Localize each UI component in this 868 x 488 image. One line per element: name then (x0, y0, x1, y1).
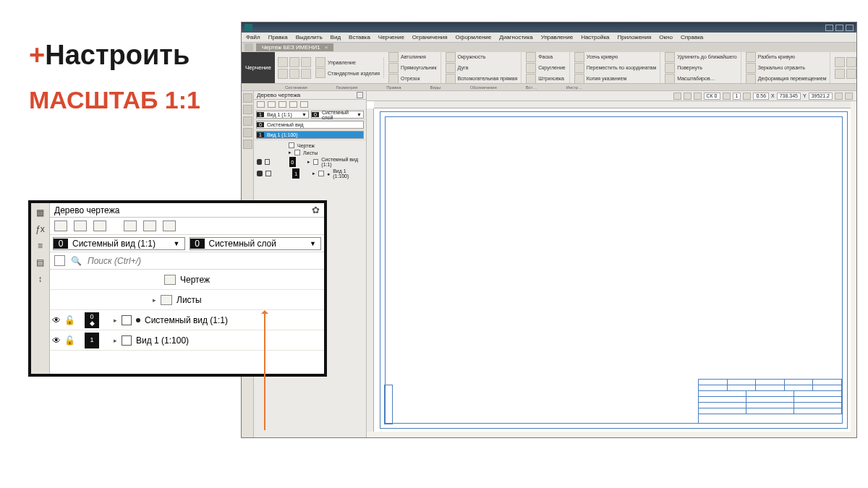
menu-item[interactable]: Оформление (456, 34, 492, 40)
side-block (384, 385, 393, 424)
home-tab-icon[interactable] (244, 43, 253, 51)
tree-panel-zoomed: ▦ ƒx ≡ ▤ ↕ Дерево чертежа ✿ 0Системный в… (28, 200, 327, 377)
menu-item[interactable]: Ограничения (412, 34, 448, 40)
toolbar-icon[interactable] (835, 93, 843, 100)
tree-mode-icon[interactable] (54, 221, 67, 231)
lock-icon[interactable]: 🔓 (64, 335, 75, 346)
menu-item[interactable]: Файл (246, 34, 260, 40)
tree-root[interactable]: Чертеж (255, 142, 365, 149)
menu-item[interactable]: Диагностика (499, 34, 532, 40)
tool-icon[interactable] (243, 116, 252, 126)
ruler-horizontal (374, 101, 851, 108)
toolbar-icon[interactable] (723, 93, 731, 100)
ruler-vertical (367, 108, 374, 432)
tree-search-row: 🔍 (50, 252, 324, 270)
tree-mode-icon[interactable] (124, 221, 137, 231)
drawing-canvas[interactable] (367, 101, 851, 432)
tool-icon[interactable] (243, 128, 252, 137)
value-field[interactable]: 1 (733, 93, 741, 100)
tree-view-icon[interactable] (300, 101, 308, 108)
filter-icon[interactable] (54, 255, 65, 266)
tree-view-icon[interactable] (257, 101, 265, 108)
toolbar-icon[interactable] (845, 93, 853, 100)
zoom-field[interactable]: 0.56 (753, 93, 769, 100)
tree-mode-icons (50, 218, 324, 235)
tree-mode-icon[interactable] (93, 221, 106, 231)
sheets-icon (161, 295, 172, 305)
tool-icon[interactable] (243, 93, 252, 103)
view-dropdown[interactable]: 0Системный вид (1:1)▼ (53, 237, 185, 250)
toolbar-icon[interactable] (673, 93, 681, 100)
view-rect-icon (122, 335, 132, 346)
menu-item[interactable]: Черчение (378, 34, 404, 40)
menubar[interactable]: ФайлПравкаВыделитьВидВставкаЧерчениеОгра… (242, 33, 856, 43)
y-coord: 39521.2 (809, 93, 833, 100)
tree-view-row[interactable]: 1▸ ● Вид 1 (1:100) (255, 168, 365, 179)
tree-sheets-row[interactable]: ▸Листы (50, 290, 324, 310)
tree-sheets[interactable]: ▸ Листы (255, 149, 365, 156)
tree-root-row[interactable]: Чертеж (50, 270, 324, 290)
drawing-icon (164, 275, 176, 285)
gear-icon[interactable]: ✿ (312, 205, 320, 215)
menu-item[interactable]: Выделить (296, 34, 323, 40)
sidebar-icon[interactable]: ↕ (34, 273, 47, 286)
tree-title: Дерево чертежа (54, 205, 119, 215)
tree-title: Дерево чертежа (257, 92, 300, 98)
fx-icon[interactable]: ƒx (34, 223, 47, 236)
toolbar-icon[interactable] (694, 93, 702, 100)
tree-mode-icon[interactable] (143, 221, 156, 231)
window-min-button[interactable] (825, 25, 833, 31)
tree-view-row[interactable]: 0▸ Системный вид (1:1) (255, 156, 365, 168)
coord-system-field[interactable]: СК 0 (704, 93, 720, 100)
tree-mode-icon[interactable] (74, 221, 87, 231)
lock-icon[interactable]: 🔓 (64, 315, 75, 325)
menu-item[interactable]: Управление (541, 34, 573, 40)
view-dropdown[interactable]: 1Вид 1 (1:1)▼ (256, 111, 309, 119)
tree-view-icon[interactable] (268, 101, 276, 108)
window-max-button[interactable] (835, 25, 843, 31)
layer-dropdown[interactable]: 0Системный слой▼ (311, 111, 364, 119)
menu-item[interactable]: Приложения (618, 34, 652, 40)
app-window: ФайлПравкаВыделитьВидВставкаЧерчениеОгра… (241, 22, 857, 438)
tool-icon[interactable] (243, 140, 252, 149)
view-rect-icon (122, 315, 132, 325)
layer-dropdown[interactable]: 0Системный слой▼ (190, 237, 322, 250)
tab-close-icon[interactable]: × (325, 44, 328, 51)
title-block (698, 379, 843, 424)
toolbar-icon[interactable] (684, 93, 692, 100)
menu-item[interactable]: Правка (268, 34, 288, 40)
menu-item[interactable]: Вид (331, 34, 341, 40)
document-tab[interactable]: Чертеж БЕЗ ИМЕНИ1 × (256, 43, 333, 51)
menu-item[interactable]: Вставка (349, 34, 370, 40)
gear-icon[interactable] (357, 92, 363, 98)
titlebar (242, 22, 856, 33)
dropdown-item[interactable]: 0Системный вид (256, 121, 364, 129)
menu-item[interactable]: Настройка (581, 34, 609, 40)
sheet-frame (380, 111, 848, 429)
ribbon-quick-icons[interactable] (278, 57, 311, 79)
ribbon-tab-drawing[interactable]: Черчение (242, 52, 275, 83)
eye-icon[interactable]: 👁 (52, 335, 61, 346)
toolbar-icon[interactable] (743, 93, 751, 100)
tree-view-icon[interactable] (278, 101, 286, 108)
tree-mode-icon[interactable] (163, 221, 176, 231)
tree-view-icon[interactable] (289, 101, 297, 108)
menu-item[interactable]: Справка (681, 34, 703, 40)
tab-bar: Чертеж БЕЗ ИМЕНИ1 × (242, 43, 856, 52)
annotation-arrow (264, 311, 265, 430)
dropdown-item-selected[interactable]: 1Вид 1 (1:100) (256, 131, 364, 139)
tree-view-row[interactable]: 👁🔓 0◆ ▸Системный вид (1:1) (50, 310, 324, 330)
x-coord: 738.345 (777, 93, 801, 100)
eye-icon[interactable]: 👁 (52, 315, 61, 325)
menu-item[interactable]: Окно (659, 34, 673, 40)
sidebar-icon[interactable]: ≡ (34, 239, 47, 252)
search-input[interactable] (88, 256, 320, 266)
window-close-button[interactable] (846, 25, 854, 31)
sidebar-icon[interactable]: ▦ (34, 206, 47, 219)
ribbon-mid-icons[interactable] (835, 57, 856, 79)
tree-view-row[interactable]: 👁🔓 1 ▸Вид 1 (1:100) (50, 330, 324, 351)
sidebar-icon[interactable]: ▤ (34, 256, 47, 269)
plus-icon: + (29, 40, 45, 70)
tool-icon[interactable] (243, 105, 252, 114)
ribbon: Черчение УправлениеСтандартные изделия А… (242, 52, 856, 84)
